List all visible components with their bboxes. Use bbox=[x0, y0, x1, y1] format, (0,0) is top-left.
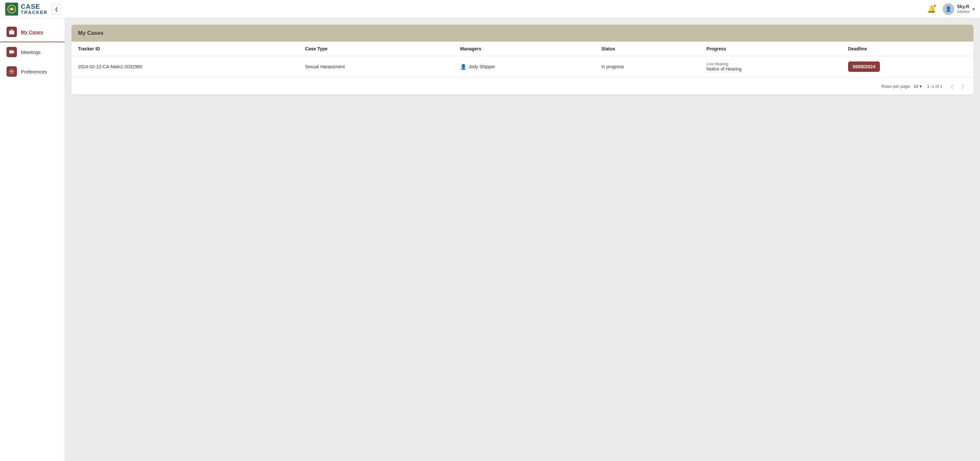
preferences-nav-icon bbox=[6, 66, 17, 77]
manager-cell: 👤 Jody Shipper bbox=[460, 64, 588, 70]
sidebar-item-my-cases[interactable]: My Cases bbox=[0, 22, 65, 42]
table-wrapper: Tracker ID Case Type Managers Status Pro… bbox=[72, 41, 974, 77]
progress-cell: Live Hearing Notice of Hearing bbox=[706, 62, 835, 72]
cell-managers: 👤 Jody Shipper bbox=[453, 56, 595, 77]
rows-per-page-value: 10 bbox=[914, 84, 918, 89]
header-right: 🔔 👤 Sky.R Advisor ▾ bbox=[926, 3, 975, 15]
chevron-down-icon: ▾ bbox=[972, 6, 975, 12]
prev-page-button[interactable]: ❮ bbox=[948, 81, 957, 91]
logo-case-text: CASE bbox=[21, 3, 48, 10]
rows-per-page-chevron: ▾ bbox=[920, 84, 922, 89]
table-row[interactable]: 2024-02-12-CA-Main1-2032960 Sexual Haras… bbox=[72, 56, 974, 77]
cell-status: In progress bbox=[595, 56, 700, 77]
svg-rect-3 bbox=[10, 30, 14, 34]
rows-per-page: Rows per page: 10 ▾ bbox=[881, 84, 922, 89]
cases-nav-icon bbox=[6, 27, 17, 37]
col-header-managers: Managers bbox=[453, 41, 595, 56]
table-head: Tracker ID Case Type Managers Status Pro… bbox=[72, 41, 974, 56]
deadline-badge: 08/08/2024 bbox=[848, 61, 880, 72]
notification-button[interactable]: 🔔 bbox=[926, 3, 937, 15]
collapse-sidebar-button[interactable]: ❮ bbox=[51, 4, 62, 14]
svg-point-2 bbox=[11, 8, 13, 10]
cases-table: Tracker ID Case Type Managers Status Pro… bbox=[72, 41, 974, 77]
meetings-nav-icon bbox=[6, 47, 17, 57]
svg-rect-5 bbox=[10, 50, 13, 54]
user-info: Sky.R Advisor bbox=[957, 4, 970, 14]
next-page-button[interactable]: ❯ bbox=[958, 81, 967, 91]
card-title: My Cases bbox=[78, 30, 103, 36]
manager-name: Jody Shipper bbox=[469, 64, 495, 69]
rows-per-page-label: Rows per page: bbox=[881, 84, 911, 89]
logo-icon bbox=[5, 3, 18, 16]
manager-person-icon: 👤 bbox=[460, 64, 467, 70]
page-info: 1–1 of 1 bbox=[927, 84, 942, 89]
sidebar-item-preferences[interactable]: Preferences bbox=[0, 62, 65, 81]
table-body: 2024-02-12-CA-Main1-2032960 Sexual Haras… bbox=[72, 56, 974, 77]
svg-marker-6 bbox=[13, 51, 14, 54]
sidebar-item-label-my-cases: My Cases bbox=[21, 29, 43, 35]
user-role: Advisor bbox=[957, 10, 970, 14]
header-left: CASE TRACKER ❮ bbox=[5, 3, 62, 16]
col-header-deadline: Deadline bbox=[842, 41, 974, 56]
progress-step: Notice of Hearing bbox=[706, 66, 835, 72]
user-menu[interactable]: 👤 Sky.R Advisor ▾ bbox=[943, 3, 975, 15]
progress-stage: Live Hearing bbox=[706, 62, 835, 66]
cell-case-type: Sexual Harassment bbox=[299, 56, 453, 77]
app-logo: CASE TRACKER bbox=[5, 3, 48, 16]
col-header-case-type: Case Type bbox=[299, 41, 453, 56]
col-header-tracker-id: Tracker ID bbox=[72, 41, 299, 56]
collapse-icon: ❮ bbox=[54, 6, 59, 12]
cell-progress: Live Hearing Notice of Hearing bbox=[700, 56, 842, 77]
card-header: My Cases bbox=[72, 25, 974, 41]
pagination-row: Rows per page: 10 ▾ 1–1 of 1 ❮ ❯ bbox=[72, 77, 974, 95]
sidebar: My Cases Meetings Preferences bbox=[0, 18, 65, 461]
logo-text: CASE TRACKER bbox=[21, 3, 48, 15]
sidebar-item-meetings[interactable]: Meetings bbox=[0, 42, 65, 62]
user-name: Sky.R bbox=[957, 4, 970, 10]
logo-tracker-text: TRACKER bbox=[21, 10, 48, 15]
main-content: My Cases Tracker ID Case Type Managers S… bbox=[65, 18, 980, 461]
rows-per-page-select[interactable]: 10 ▾ bbox=[914, 84, 922, 89]
cell-tracker-id: 2024-02-12-CA-Main1-2032960 bbox=[72, 56, 299, 77]
col-header-status: Status bbox=[595, 41, 700, 56]
sidebar-item-label-preferences: Preferences bbox=[21, 69, 47, 75]
my-cases-card: My Cases Tracker ID Case Type Managers S… bbox=[72, 25, 974, 95]
col-header-progress: Progress bbox=[700, 41, 842, 56]
sidebar-item-label-meetings: Meetings bbox=[21, 49, 41, 55]
avatar-icon: 👤 bbox=[945, 6, 952, 12]
main-layout: My Cases Meetings Preferences bbox=[0, 18, 980, 461]
table-header-row: Tracker ID Case Type Managers Status Pro… bbox=[72, 41, 974, 56]
svg-point-7 bbox=[11, 71, 13, 72]
avatar: 👤 bbox=[943, 3, 955, 15]
page-nav: ❮ ❯ bbox=[948, 81, 967, 91]
app-header: CASE TRACKER ❮ 🔔 👤 Sky.R Advisor ▾ bbox=[0, 0, 980, 18]
notification-dot bbox=[934, 5, 936, 7]
cell-deadline: 08/08/2024 bbox=[842, 56, 974, 77]
